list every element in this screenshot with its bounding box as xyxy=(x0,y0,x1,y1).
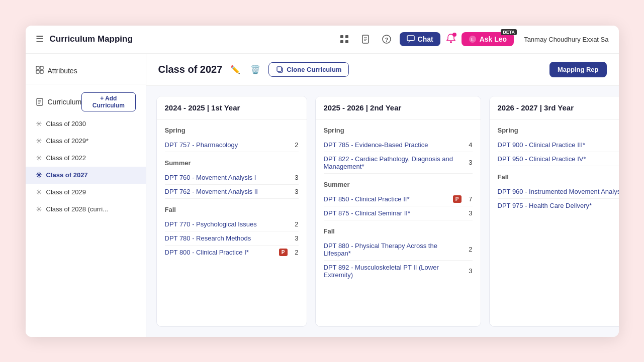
course-credits: 3 xyxy=(291,234,299,242)
sidebar-item-0[interactable]: ✳ Class of 2030 xyxy=(26,115,146,133)
svg-rect-23 xyxy=(277,67,282,71)
svg-point-11 xyxy=(450,41,452,43)
course-meta: 3 xyxy=(465,159,473,166)
svg-rect-15 xyxy=(40,66,43,69)
course-credits: 3 xyxy=(465,209,473,217)
year-column-2: 2026 - 2027 | 3rd YearSpring DPT 900 - C… xyxy=(489,96,619,327)
course-link[interactable]: DPT 780 - Research Methods xyxy=(165,234,291,242)
course-link[interactable]: DPT 850 - Clinical Practice II* xyxy=(324,195,453,203)
svg-rect-3 xyxy=(345,40,348,43)
course-link[interactable]: DPT 822 - Cardiac Pathology, Diagnosis a… xyxy=(324,155,465,170)
curriculum-label: Curriculum xyxy=(36,98,82,106)
svg-rect-0 xyxy=(340,35,343,38)
course-link[interactable]: DPT 760 - Movement Analysis I xyxy=(165,174,291,181)
course-credits: 3 xyxy=(465,267,473,275)
document-icon[interactable] xyxy=(357,31,374,47)
chat-button[interactable]: Chat xyxy=(400,32,440,46)
course-meta: 3 xyxy=(291,188,299,195)
course-link[interactable]: DPT 770 - Psychological Issues xyxy=(165,220,291,228)
svg-rect-17 xyxy=(40,70,43,73)
sidebar-item-1[interactable]: ✳ Class of 2029* xyxy=(26,133,146,150)
notif-dot xyxy=(452,33,456,37)
sidebar-item-3[interactable]: ✳ Class of 2027 xyxy=(26,167,146,184)
ask-leo-label: Ask Leo xyxy=(480,35,507,43)
course-meta: 2 xyxy=(291,220,299,228)
course-row: DPT 785 - Evidence-Based Practice 4 xyxy=(324,138,473,152)
svg-rect-14 xyxy=(36,66,39,69)
asterisk-icon: ✳ xyxy=(36,154,42,163)
season-label-0-0: Spring xyxy=(165,127,299,134)
mapping-rep-label: Mapping Rep xyxy=(558,66,599,73)
attributes-label: Attributes xyxy=(48,67,77,75)
main-header: Class of 2027 ✏️ 🗑️ Clone Curriculum Map… xyxy=(146,54,619,86)
add-curriculum-button[interactable]: + Add Curriculum xyxy=(81,92,135,111)
clone-button[interactable]: Clone Curriculum xyxy=(268,62,349,77)
course-meta: 3 xyxy=(291,174,299,181)
course-meta: P 7 xyxy=(453,195,473,203)
course-row: DPT 762 - Movement Analysis II 3 xyxy=(165,185,299,199)
grid-icon[interactable] xyxy=(336,31,352,47)
course-row: DPT 900 - Clinical Practice III* P xyxy=(498,138,619,152)
asterisk-icon: ✳ xyxy=(36,137,42,146)
app-body: Attributes Curriculum + Add Curriculum xyxy=(26,54,619,337)
help-icon[interactable]: ? xyxy=(379,31,395,47)
course-meta: 2 xyxy=(465,246,473,253)
course-link[interactable]: DPT 960 - Instrumented Movement Analysis xyxy=(498,188,619,195)
course-link[interactable]: DPT 785 - Evidence-Based Practice xyxy=(324,141,465,149)
course-credits: 2 xyxy=(465,246,473,253)
notification-icon[interactable] xyxy=(445,33,456,46)
sidebar-items-container: ✳ Class of 2030 ✳ Class of 2029* ✳ Class… xyxy=(26,115,146,218)
course-row: DPT 975 - Health Care Delivery* xyxy=(498,199,619,212)
season-label-0-1: Summer xyxy=(165,159,299,167)
asterisk-icon: ✳ xyxy=(36,205,42,214)
sidebar-item-attributes[interactable]: Attributes xyxy=(26,62,146,80)
svg-rect-2 xyxy=(340,40,343,43)
sidebar-item-5[interactable]: ✳ Class of 2028 (curri... xyxy=(26,201,146,218)
sidebar-item-4[interactable]: ✳ Class of 2029 xyxy=(26,184,146,201)
course-credits: 2 xyxy=(291,249,299,256)
course-row: DPT 757 - Pharmacology 2 xyxy=(165,138,299,152)
course-row: DPT 950 - Clinical Practice IV* P xyxy=(498,152,619,166)
sidebar-item-label: Class of 2027 xyxy=(46,171,88,179)
course-link[interactable]: DPT 900 - Clinical Practice III* xyxy=(498,141,619,149)
svg-rect-1 xyxy=(345,35,348,38)
year-header-0: 2024 - 2025 | 1st Year xyxy=(157,96,307,119)
mapping-rep-button[interactable]: Mapping Rep xyxy=(549,62,607,77)
course-credits: 2 xyxy=(291,141,299,149)
course-meta: 2 xyxy=(291,141,299,149)
svg-text:?: ? xyxy=(385,37,388,43)
course-link[interactable]: DPT 880 - Physical Therapy Across the Li… xyxy=(324,242,465,257)
course-meta: 3 xyxy=(291,234,299,242)
course-row: DPT 880 - Physical Therapy Across the Li… xyxy=(324,239,473,261)
course-credits: 2 xyxy=(291,220,299,228)
sidebar-item-2[interactable]: ✳ Class of 2022 xyxy=(26,150,146,167)
nav-title: Curriculum Mapping xyxy=(50,34,336,44)
course-link[interactable]: DPT 800 - Clinical Practice I* xyxy=(165,249,279,256)
p-badge: P xyxy=(453,195,462,203)
course-link[interactable]: DPT 975 - Health Care Delivery* xyxy=(498,202,619,209)
sidebar-item-label: Class of 2028 (curri... xyxy=(46,205,109,213)
hamburger-icon[interactable]: ☰ xyxy=(36,34,44,45)
season-label-1-1: Summer xyxy=(324,181,473,188)
svg-rect-10 xyxy=(407,36,414,41)
ask-leo-button[interactable]: L Ask Leo BETA xyxy=(462,32,514,46)
edit-button[interactable]: ✏️ xyxy=(228,63,242,76)
asterisk-icon: ✳ xyxy=(36,119,42,129)
curriculum-header-label: Curriculum xyxy=(48,98,82,106)
course-link[interactable]: DPT 762 - Movement Analysis II xyxy=(165,188,291,195)
course-link[interactable]: DPT 875 - Clinical Seminar II* xyxy=(324,209,465,217)
course-link[interactable]: DPT 757 - Pharmacology xyxy=(165,141,291,149)
course-link[interactable]: DPT 892 - Musculoskeletal PT II (Lower E… xyxy=(324,264,465,279)
season-label-0-2: Fall xyxy=(165,206,299,213)
delete-button[interactable]: 🗑️ xyxy=(248,63,262,76)
user-info: Tanmay Choudhury Exxat Sa xyxy=(524,36,608,43)
course-credits: 4 xyxy=(465,141,473,149)
course-meta: P 2 xyxy=(279,249,299,256)
course-link[interactable]: DPT 950 - Clinical Practice IV* xyxy=(498,155,619,163)
course-row: DPT 960 - Instrumented Movement Analysis xyxy=(498,185,619,199)
year-column-0: 2024 - 2025 | 1st YearSpring DPT 757 - P… xyxy=(156,96,307,327)
sidebar: Attributes Curriculum + Add Curriculum xyxy=(26,54,146,337)
season-label-2-1: Fall xyxy=(498,173,619,181)
app-window: ☰ Curriculum Mapping xyxy=(26,26,619,337)
course-row: DPT 822 - Cardiac Pathology, Diagnosis a… xyxy=(324,152,473,174)
